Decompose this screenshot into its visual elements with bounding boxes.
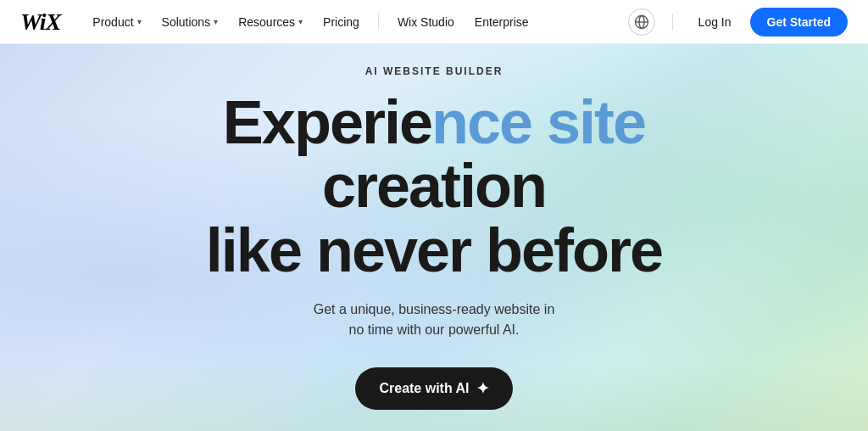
headline-highlight: nce site	[431, 88, 645, 156]
hero-subtext: Get a unique, business-ready website in …	[112, 299, 756, 340]
globe-icon[interactable]	[628, 8, 655, 36]
sparkle-icon: ✦	[476, 379, 489, 398]
hero-section: AI WEBSITE BUILDER Experience site creat…	[0, 0, 868, 431]
hero-subtext-line2: no time with our powerful AI.	[349, 322, 520, 337]
hero-subtext-line1: Get a unique, business-ready website in	[314, 302, 555, 316]
hero-headline: Experience site creation like never befo…	[112, 91, 756, 283]
nav-item-pricing[interactable]: Pricing	[314, 10, 368, 34]
hero-eyebrow: AI WEBSITE BUILDER	[112, 65, 756, 77]
get-started-button[interactable]: Get Started	[750, 8, 848, 36]
nav-item-product[interactable]: Product ▾	[84, 10, 149, 34]
nav-label-product: Product	[92, 15, 133, 29]
hero-headline-line1: Experience site creation	[223, 88, 645, 221]
headline-text-part1: Experie	[223, 88, 431, 156]
nav-label-wix-studio: Wix Studio	[398, 15, 454, 29]
nav-item-resources[interactable]: Resources ▾	[230, 10, 311, 34]
create-with-ai-button[interactable]: Create with AI ✦	[355, 367, 512, 410]
nav-label-pricing: Pricing	[323, 15, 359, 29]
nav-label-solutions: Solutions	[162, 15, 211, 29]
chevron-down-icon: ▾	[137, 17, 142, 26]
nav-divider	[378, 14, 379, 31]
login-button[interactable]: Log In	[690, 10, 740, 34]
nav-label-resources: Resources	[238, 15, 295, 29]
nav-divider-right	[672, 14, 673, 31]
hero-content: AI WEBSITE BUILDER Experience site creat…	[95, 65, 773, 411]
headline-text-part2: creation	[322, 152, 546, 220]
chevron-down-icon: ▾	[298, 17, 303, 26]
nav-links: Product ▾ Solutions ▾ Resources ▾ Pricin…	[84, 10, 627, 34]
nav-item-wix-studio[interactable]: Wix Studio	[389, 10, 463, 34]
nav-label-enterprise: Enterprise	[475, 15, 529, 29]
nav-item-enterprise[interactable]: Enterprise	[466, 10, 537, 34]
nav-right: Log In Get Started	[628, 8, 848, 36]
hero-cta-label: Create with AI	[379, 381, 469, 396]
chevron-down-icon: ▾	[214, 17, 218, 26]
hero-headline-line2: like never before	[206, 216, 662, 284]
logo[interactable]: WiX	[20, 8, 60, 36]
navbar: WiX Product ▾ Solutions ▾ Resources ▾ Pr…	[0, 0, 868, 44]
nav-item-solutions[interactable]: Solutions ▾	[153, 10, 227, 34]
